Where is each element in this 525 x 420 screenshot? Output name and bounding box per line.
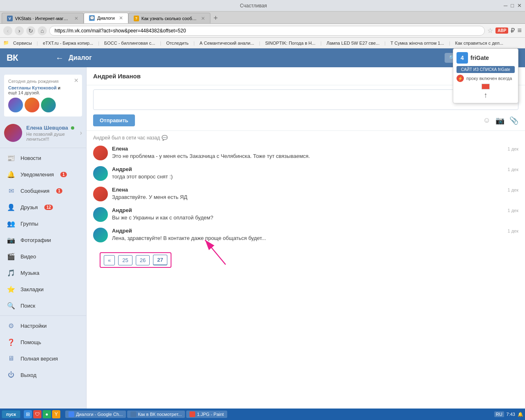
messages-icon: ✉ bbox=[7, 186, 16, 195]
bookmark-track[interactable]: Отследить bbox=[164, 40, 191, 46]
sidebar-item-video[interactable]: 🎬 Видео bbox=[0, 248, 86, 265]
taskbar-app-paint[interactable]: 1.JPG - Paint bbox=[186, 411, 227, 418]
taskbar-app-vk[interactable]: Как в ВК посмотрет... bbox=[127, 411, 185, 418]
bookmark-etxt[interactable]: eTXT.ru - Биржа копир... bbox=[40, 40, 96, 46]
nav-friends-label: Друзья bbox=[21, 204, 38, 210]
frigate-widget: 4 friGate САЙТ ИЗ СПИСКА friGate ⚡ проку… bbox=[453, 48, 518, 103]
msg-avatar-andrey-3 bbox=[93, 207, 108, 222]
close-btn[interactable]: ✕ bbox=[517, 2, 522, 9]
taskbar-vk-icon bbox=[130, 411, 136, 417]
frigate-header: 4 friGate bbox=[457, 52, 515, 64]
birthday-friends-count: ещё 14 друзей. bbox=[8, 90, 78, 95]
sidebar-item-music[interactable]: 🎵 Музыка bbox=[0, 265, 86, 281]
maximize-btn[interactable]: □ bbox=[511, 2, 514, 9]
taskbar-notifications-icon[interactable]: 🔔 bbox=[518, 412, 523, 417]
new-tab-btn[interactable]: + bbox=[210, 14, 221, 23]
tab-vkstats[interactable]: V VKStats · Интернет-магаз... ✕ bbox=[2, 13, 84, 23]
friends-icon: 👤 bbox=[7, 203, 16, 212]
sidebar-item-help[interactable]: ❓ Помощь bbox=[0, 334, 86, 350]
taskbar-windows-icon[interactable]: ⊞ bbox=[24, 410, 32, 418]
sidebar-item-photos[interactable]: 📷 Фотографии bbox=[0, 232, 86, 248]
sidebar-item-fullversion[interactable]: 🖥 Полная версия bbox=[0, 350, 86, 367]
user-info: Елена Шевцова Не позволяй душе лениться!… bbox=[26, 125, 76, 142]
page-26[interactable]: 26 bbox=[136, 255, 150, 265]
home-btn[interactable]: ⌂ bbox=[38, 26, 47, 35]
sidebar-item-messages[interactable]: ✉ Сообщения 1 bbox=[0, 183, 86, 199]
address-input[interactable] bbox=[49, 26, 485, 36]
taskbar-app2-icon[interactable]: Y bbox=[52, 410, 60, 418]
video-icon: 🎬 bbox=[7, 252, 16, 261]
sidebar-item-notifications[interactable]: 🔔 Уведомления 1 bbox=[0, 166, 86, 183]
notifications-badge: 1 bbox=[60, 172, 67, 177]
nav-logout-label: Выход bbox=[21, 372, 37, 378]
nav-divider-1 bbox=[0, 148, 86, 148]
bookmarks-bar: 📁 Сервисы | eTXT.ru - Биржа копир... | Б… bbox=[0, 38, 525, 48]
page-25[interactable]: 25 bbox=[118, 255, 132, 265]
sidebar-item-settings[interactable]: ⚙ Настройки bbox=[0, 317, 86, 334]
taskbar-lang[interactable]: RU bbox=[494, 411, 504, 417]
frigate-logo: 4 bbox=[457, 52, 468, 64]
user-status: Не позволяй душе лениться!!! bbox=[26, 132, 76, 142]
bookmarks-label: 📁 bbox=[3, 40, 9, 46]
tab-dialogi[interactable]: 💬 Диалоги ✕ bbox=[84, 13, 128, 23]
tab-how[interactable]: ? Как узнать сколько сообщ... ✕ bbox=[128, 13, 210, 23]
nav-fullversion-label: Полная версия bbox=[21, 356, 58, 362]
start-button[interactable]: пуск bbox=[2, 410, 21, 418]
nav-divider-2 bbox=[0, 315, 86, 316]
taskbar-app-chrome[interactable]: Диалоги - Google Ch... bbox=[65, 411, 126, 418]
send-button[interactable]: Отправить bbox=[93, 114, 135, 126]
msg-sender-0: Елена bbox=[112, 146, 503, 152]
tab-dialogi-close[interactable]: ✕ bbox=[119, 15, 123, 21]
msg-time-3: 1 дек bbox=[507, 207, 518, 213]
rub-btn[interactable]: ₽ bbox=[511, 27, 515, 34]
sidebar-item-friends[interactable]: 👤 Друзья 12 bbox=[0, 199, 86, 215]
birthday-close-btn[interactable]: ✕ bbox=[74, 77, 79, 84]
news-icon: 📰 bbox=[7, 153, 16, 162]
bookmark-sem[interactable]: А Семантический анали... bbox=[197, 40, 257, 46]
bookmark-servisy[interactable]: Сервисы bbox=[11, 40, 34, 46]
fullversion-icon: 🖥 bbox=[7, 354, 16, 363]
browser-tabs: V VKStats · Интернет-магаз... ✕ 💬 Диалог… bbox=[0, 11, 525, 24]
sidebar-item-bookmarks[interactable]: ⭐ Закладки bbox=[0, 281, 86, 297]
bookmark-sinoptik[interactable]: SINOPTIK: Погода в Н... bbox=[262, 40, 318, 46]
page-prev[interactable]: « bbox=[104, 255, 115, 265]
bookmark-star[interactable]: ☆ bbox=[487, 27, 493, 34]
frigate-up-icon[interactable]: ↑ bbox=[484, 91, 488, 99]
menu-btn[interactable]: ≡ bbox=[517, 26, 522, 35]
user-block[interactable]: Елена Шевцова Не позволяй душе лениться!… bbox=[0, 120, 86, 146]
reload-btn[interactable]: ↻ bbox=[26, 26, 35, 35]
emoji-icon[interactable]: ☺ bbox=[483, 116, 491, 125]
attach-icon[interactable]: 📎 bbox=[509, 116, 518, 125]
msg-sender-1: Андрей bbox=[112, 166, 503, 172]
camera-icon[interactable]: 📷 bbox=[495, 116, 504, 125]
bookmark-boss[interactable]: БОСС - биллинговая с... bbox=[102, 40, 158, 46]
msg-avatar-andrey-4 bbox=[93, 228, 108, 242]
abr-badge: АВР bbox=[495, 27, 508, 34]
page-27[interactable]: 27 bbox=[153, 255, 167, 265]
frigate-site-button[interactable]: САЙТ ИЗ СПИСКА friGate bbox=[457, 66, 515, 73]
bookmark-sumka[interactable]: Т Сумка жіноча оптом 1... bbox=[388, 40, 447, 46]
forward-btn[interactable]: › bbox=[15, 26, 24, 35]
vk-back-btn[interactable]: ← bbox=[55, 53, 64, 63]
taskbar-security-icon[interactable]: 🛡 bbox=[33, 410, 41, 418]
online-status-text: Андрей был в сети час назад bbox=[93, 135, 160, 141]
sidebar-item-news[interactable]: 📰 Новости bbox=[0, 150, 86, 166]
tab-how-close[interactable]: ✕ bbox=[201, 16, 205, 21]
back-btn[interactable]: ‹ bbox=[3, 26, 12, 35]
taskbar-app1-icon[interactable]: ● bbox=[43, 410, 51, 418]
msg-content-1: Андрей тогда этот вопрос снят :) bbox=[112, 166, 503, 180]
sidebar-item-groups[interactable]: 👥 Группы bbox=[0, 215, 86, 232]
sidebar-item-logout[interactable]: ⏻ Выход bbox=[0, 367, 86, 383]
taskbar-apps: Диалоги - Google Ch... Как в ВК посмотре… bbox=[65, 411, 227, 418]
msg-text-2: Здравствуйте. У меня есть ЯД bbox=[112, 194, 503, 201]
tab-vkstats-close[interactable]: ✕ bbox=[74, 16, 78, 21]
bookmark-kak[interactable]: Как справиться с деп... bbox=[452, 40, 506, 46]
birthday-avatar-2 bbox=[25, 98, 39, 112]
sidebar-item-search[interactable]: 🔍 Поиск bbox=[0, 297, 86, 314]
search-nav-icon: 🔍 bbox=[7, 301, 16, 310]
message-row-4: Андрей Лена, здравствуйте! В контакте да… bbox=[93, 228, 518, 242]
minimize-btn[interactable]: ─ bbox=[504, 2, 507, 9]
birthday-name: Светланы Кутюковой bbox=[8, 85, 57, 90]
bookmark-lampa[interactable]: Лампа LED 5W E27 све... bbox=[324, 40, 382, 46]
birthday-avatar-1 bbox=[8, 98, 23, 112]
